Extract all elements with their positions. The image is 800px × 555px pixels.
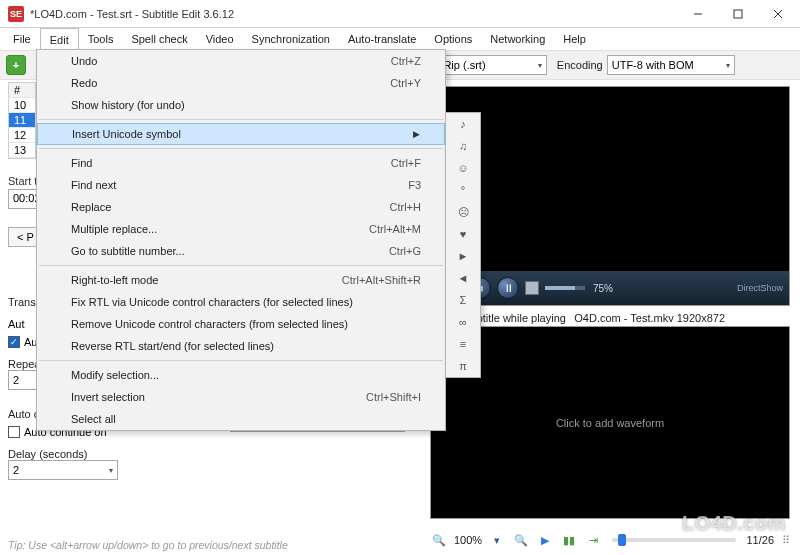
video-player[interactable]: ▶ ■ ⏸ 75% DirectShow bbox=[430, 86, 790, 306]
minimize-button[interactable] bbox=[678, 1, 718, 27]
submenu-arrow-icon: ▶ bbox=[413, 129, 420, 139]
menu-item-reverse-rtl-start-end-for-selected-lines[interactable]: Reverse RTL start/end (for selected line… bbox=[37, 335, 445, 357]
menu-synchronization[interactable]: Synchronization bbox=[243, 28, 339, 50]
menu-auto-translate[interactable]: Auto-translate bbox=[339, 28, 425, 50]
menu-item-replace[interactable]: ReplaceCtrl+H bbox=[37, 196, 445, 218]
menu-tools[interactable]: Tools bbox=[79, 28, 123, 50]
unicode-symbol-item[interactable]: Σ bbox=[446, 289, 480, 311]
menu-item-undo[interactable]: UndoCtrl+Z bbox=[37, 50, 445, 72]
menu-shortcut: Ctrl+Shift+I bbox=[366, 391, 421, 403]
menu-item-label: Modify selection... bbox=[71, 369, 159, 381]
tip-text: Tip: Use <alt+arrow up/down> to go to pr… bbox=[8, 539, 288, 551]
unicode-symbol-item[interactable]: ♪ bbox=[446, 113, 480, 135]
resize-grip-icon[interactable]: ⠿ bbox=[780, 534, 790, 547]
menu-item-invert-selection[interactable]: Invert selectionCtrl+Shift+I bbox=[37, 386, 445, 408]
table-row[interactable]: 12 bbox=[9, 128, 35, 143]
unicode-symbol-item[interactable]: ☹ bbox=[446, 201, 480, 223]
menu-item-fix-rtl-via-unicode-control-characters-for-selected-lines[interactable]: Fix RTL via Unicode control characters (… bbox=[37, 291, 445, 313]
encoding-label: Encoding bbox=[557, 59, 603, 71]
table-row[interactable]: 13 bbox=[9, 143, 35, 158]
zoom-value: 100% bbox=[454, 534, 482, 546]
fullscreen-button[interactable] bbox=[525, 281, 539, 295]
volume-label: 75% bbox=[593, 283, 613, 294]
auto-continue-checkbox[interactable] bbox=[8, 426, 20, 438]
encoding-combo[interactable]: UTF-8 with BOM ▾ bbox=[607, 55, 735, 75]
menu-spell-check[interactable]: Spell check bbox=[122, 28, 196, 50]
chevron-down-icon: ▾ bbox=[726, 61, 730, 70]
zoom-out-button[interactable]: 🔍 bbox=[430, 531, 448, 549]
encoding-value: UTF-8 with BOM bbox=[612, 59, 694, 71]
menu-options[interactable]: Options bbox=[425, 28, 481, 50]
unicode-symbol-item[interactable]: ☺ bbox=[446, 157, 480, 179]
table-row[interactable]: 11 bbox=[9, 113, 35, 128]
menu-item-label: Go to subtitle number... bbox=[71, 245, 185, 257]
menu-item-show-history-for-undo[interactable]: Show history (for undo) bbox=[37, 94, 445, 116]
unicode-symbol-item[interactable]: ◄ bbox=[446, 267, 480, 289]
svg-rect-1 bbox=[734, 10, 742, 18]
waveform-message: Click to add waveform bbox=[556, 417, 664, 429]
minimize-icon bbox=[693, 9, 703, 19]
menu-item-label: Undo bbox=[71, 55, 97, 67]
menu-video[interactable]: Video bbox=[197, 28, 243, 50]
menu-item-label: Insert Unicode symbol bbox=[72, 128, 181, 140]
menu-help[interactable]: Help bbox=[554, 28, 595, 50]
chevron-down-icon: ▾ bbox=[538, 61, 542, 70]
table-header-number: # bbox=[9, 83, 35, 98]
maximize-button[interactable] bbox=[718, 1, 758, 27]
menu-shortcut: F3 bbox=[408, 179, 421, 191]
menu-item-remove-unicode-control-characters-from-selected-lines[interactable]: Remove Unicode control characters (from … bbox=[37, 313, 445, 335]
waveform-seek-icon[interactable]: ⇥ bbox=[584, 531, 602, 549]
menu-item-find[interactable]: FindCtrl+F bbox=[37, 152, 445, 174]
video-controls: ▶ ■ ⏸ 75% DirectShow bbox=[431, 271, 789, 305]
unicode-symbol-item[interactable]: ♥ bbox=[446, 223, 480, 245]
zoom-dropdown[interactable]: ▾ bbox=[488, 531, 506, 549]
waveform-area[interactable]: Click to add waveform bbox=[430, 326, 790, 519]
unicode-symbol-item[interactable]: ♫ bbox=[446, 135, 480, 157]
auto-repeat-checkbox[interactable]: ✓ bbox=[8, 336, 20, 348]
unicode-symbol-item[interactable]: ° bbox=[446, 179, 480, 201]
menu-item-redo[interactable]: RedoCtrl+Y bbox=[37, 72, 445, 94]
menu-file[interactable]: File bbox=[4, 28, 40, 50]
menu-item-find-next[interactable]: Find nextF3 bbox=[37, 174, 445, 196]
app-icon: SE bbox=[8, 6, 24, 22]
menu-shortcut: Ctrl+Alt+Shift+R bbox=[342, 274, 421, 286]
waveform-strip-icon[interactable]: ▮▮ bbox=[560, 531, 578, 549]
close-button[interactable] bbox=[758, 1, 798, 27]
close-icon bbox=[773, 9, 783, 19]
menu-edit[interactable]: Edit bbox=[40, 28, 79, 50]
menu-item-label: Show history (for undo) bbox=[71, 99, 185, 111]
pause-icon: ⏸ bbox=[503, 282, 514, 294]
repeat-count-value: 2 bbox=[13, 374, 19, 386]
unicode-symbol-item[interactable]: ≡ bbox=[446, 333, 480, 355]
playback-play-icon[interactable]: ▶ bbox=[536, 531, 554, 549]
menu-item-select-all[interactable]: Select all bbox=[37, 408, 445, 430]
menu-shortcut: Ctrl+F bbox=[391, 157, 421, 169]
menu-networking[interactable]: Networking bbox=[481, 28, 554, 50]
slider-thumb[interactable] bbox=[618, 534, 626, 546]
menu-item-right-to-left-mode[interactable]: Right-to-left modeCtrl+Alt+Shift+R bbox=[37, 269, 445, 291]
zoom-in-button[interactable]: 🔍 bbox=[512, 531, 530, 549]
menu-item-insert-unicode-symbol[interactable]: Insert Unicode symbol▶ bbox=[37, 123, 445, 145]
menu-item-modify-selection[interactable]: Modify selection... bbox=[37, 364, 445, 386]
table-row[interactable]: 10 bbox=[9, 98, 35, 113]
zoom-slider[interactable] bbox=[612, 538, 736, 542]
delay-value: 2 bbox=[13, 464, 19, 476]
menu-item-go-to-subtitle-number[interactable]: Go to subtitle number...Ctrl+G bbox=[37, 240, 445, 262]
menu-item-label: Fix RTL via Unicode control characters (… bbox=[71, 296, 353, 308]
delay-label: Delay (seconds) bbox=[8, 448, 408, 460]
menu-item-label: Find next bbox=[71, 179, 116, 191]
unicode-symbol-item[interactable]: ∞ bbox=[446, 311, 480, 333]
watermark: LO4D.com bbox=[682, 512, 786, 535]
menu-separator bbox=[39, 265, 443, 266]
unicode-symbol-item[interactable]: π bbox=[446, 355, 480, 377]
plus-icon: + bbox=[13, 59, 19, 71]
new-file-button[interactable]: + bbox=[6, 55, 26, 75]
unicode-symbol-item[interactable]: ► bbox=[446, 245, 480, 267]
menu-shortcut: Ctrl+G bbox=[389, 245, 421, 257]
menu-shortcut: Ctrl+Y bbox=[390, 77, 421, 89]
menu-item-multiple-replace[interactable]: Multiple replace...Ctrl+Alt+M bbox=[37, 218, 445, 240]
menu-item-label: Find bbox=[71, 157, 92, 169]
delay-combo[interactable]: 2 ▾ bbox=[8, 460, 118, 480]
translation-label-frag: Transl bbox=[8, 296, 38, 308]
pause-control-button[interactable]: ⏸ bbox=[497, 277, 519, 299]
